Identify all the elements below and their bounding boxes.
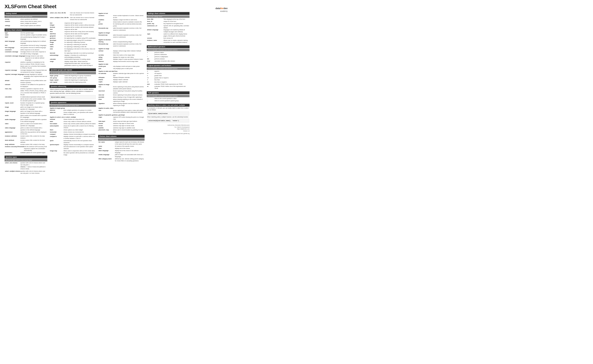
logical-operators-header: Logical operators and booleans bbox=[147, 64, 189, 67]
matching-formula2: selected(${variable_name}, 'value') bbox=[147, 119, 189, 123]
select-from-file-section: select_one_from_file file User can choos… bbox=[50, 12, 96, 67]
path-operators-sub: Use in calculate, constraint and relevan… bbox=[147, 95, 189, 97]
choices-sheet-header: Choices sheet columns bbox=[98, 135, 144, 138]
logical-operators-content: = equal to != not equal to > greater tha… bbox=[147, 71, 189, 90]
question-types-header: Question types bbox=[5, 156, 47, 158]
applies-text-content: Applies to text numbers shows number key… bbox=[98, 13, 144, 133]
question-types-sub: Go into the type column of the survey sh… bbox=[5, 159, 47, 162]
matching-values-header: Matching values in select_one and select… bbox=[147, 104, 189, 107]
question-groups-section: Question groups and repeats Go into the … bbox=[50, 68, 96, 83]
footer: Authored by: Alexander Mtembenuzeni For:… bbox=[147, 124, 189, 135]
math-operators-section: Mathematical operators Use in calculate,… bbox=[147, 45, 189, 62]
path-operators-content: . refers to the current question's value… bbox=[147, 98, 189, 102]
survey-columns-section: Survey sheet columns typesets the questi… bbox=[5, 29, 47, 154]
survey-columns-content: typesets the question type namesets the … bbox=[5, 32, 47, 154]
math-operators-sub: Use in calculate, constraint and relevan… bbox=[147, 49, 189, 51]
settings-header: Settings sheet columns bbox=[147, 12, 189, 15]
select-from-file-content: select_one_from_file file User can choos… bbox=[50, 12, 96, 67]
question-appearance-sub: Go in the appearance column the survey s… bbox=[50, 104, 96, 107]
logical-operators-section: Logical operators and booleans Use in ca… bbox=[147, 64, 189, 90]
question-referencing-content: Values entered on preceding questions ca… bbox=[50, 88, 96, 99]
getting-started-header: Getting started bbox=[5, 12, 47, 15]
applies-text-section: Applies to text numbers shows number key… bbox=[98, 13, 144, 133]
question-referencing-header: Question referencing bbox=[50, 85, 96, 88]
question-groups-sub: Go into the type column of the survey sh… bbox=[50, 72, 96, 74]
getting-started-sub: Create an Excel workbook with three shee… bbox=[5, 15, 47, 18]
math-operators-content: + performs dation - performs subtraction… bbox=[147, 52, 189, 62]
settings-content: form_title Title displayed at the top of… bbox=[147, 18, 189, 44]
question-appearance-header: Question appearance bbox=[50, 101, 96, 104]
question-groups-header: Question groups and repeats bbox=[50, 68, 96, 71]
matching-formula1: ${variable_name}=value bbox=[147, 111, 189, 116]
math-operators-header: Mathematical operators bbox=[147, 45, 189, 48]
question-groups-content: begin_group marks the beginning of a gro… bbox=[50, 75, 96, 83]
logo: datafordev academy bbox=[215, 7, 228, 12]
getting-started-content: surveywhere questions are defined choice… bbox=[5, 18, 47, 27]
getting-started-section: Getting started Create an Excel workbook… bbox=[5, 12, 47, 27]
settings-section: Settings sheet columns Go in the setting… bbox=[147, 12, 189, 44]
path-operators-header: Path operators bbox=[147, 91, 189, 94]
question-appearance-content: Applies to begin-group field-list puts m… bbox=[50, 107, 96, 156]
referencing-formula: ${variable_name} bbox=[50, 95, 96, 99]
choices-sheet-section: Choices sheet columns Go in the choices … bbox=[98, 135, 144, 162]
choices-sheet-content: list_name unique name for each set of ch… bbox=[98, 141, 144, 162]
logical-operators-sub: Use in calculate, constraint and relevan… bbox=[147, 67, 189, 70]
choices-sheet-sub: Go in the choices sheet bbox=[98, 138, 144, 141]
page-title: XLSForm Cheat Sheet bbox=[5, 4, 232, 9]
question-types-section: Question types Go into the type column o… bbox=[5, 156, 47, 174]
matching-values-content: In constraints or relevant, you can easi… bbox=[147, 107, 189, 123]
matching-values-section: Matching values in select_one and select… bbox=[147, 104, 189, 123]
settings-sub: Go in the settings sheet bbox=[147, 15, 189, 18]
question-types-content: select_one choices question with a list … bbox=[5, 162, 47, 174]
question-referencing-section: Question referencing Values entered on p… bbox=[50, 85, 96, 99]
path-operators-section: Path operators Use in calculate, constra… bbox=[147, 91, 189, 102]
question-appearance-section: Question appearance Go in the appearance… bbox=[50, 101, 96, 156]
survey-columns-header: Survey sheet columns bbox=[5, 29, 47, 32]
